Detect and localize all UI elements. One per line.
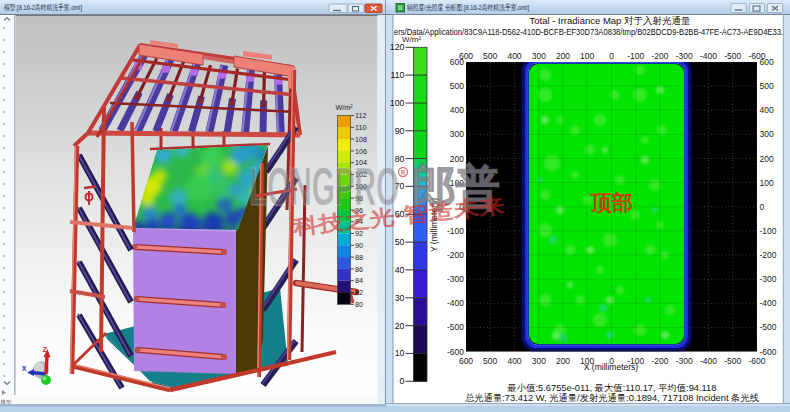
- svg-text:400: 400: [760, 105, 774, 115]
- svg-text:300: 300: [532, 356, 546, 366]
- svg-text:100: 100: [580, 51, 594, 61]
- svg-text:-100: -100: [627, 51, 644, 61]
- svg-text:-100: -100: [447, 226, 464, 236]
- svg-text:X: X: [22, 365, 27, 372]
- svg-text:112: 112: [355, 111, 366, 120]
- svg-text:50: 50: [395, 237, 405, 247]
- svg-text:-100: -100: [760, 226, 777, 236]
- svg-text:40: 40: [395, 265, 405, 275]
- svg-text:600: 600: [459, 356, 473, 366]
- svg-text:88: 88: [355, 253, 363, 262]
- svg-text:106: 106: [355, 147, 367, 156]
- svg-text:108: 108: [355, 135, 367, 144]
- svg-text:0: 0: [400, 376, 405, 386]
- svg-text:300: 300: [532, 51, 546, 61]
- svg-text:-200: -200: [447, 250, 464, 260]
- svg-text:86: 86: [355, 265, 363, 274]
- svg-text:W/m²: W/m²: [402, 35, 421, 44]
- svg-text:200: 200: [556, 51, 570, 61]
- svg-text:0: 0: [609, 51, 614, 61]
- svg-text:-400: -400: [700, 356, 717, 366]
- svg-text:90: 90: [355, 241, 363, 250]
- svg-text:-200: -200: [651, 356, 668, 366]
- svg-text:100: 100: [760, 178, 774, 188]
- svg-text:-500: -500: [724, 356, 741, 366]
- svg-text:300: 300: [450, 129, 464, 139]
- svg-text:-400: -400: [700, 51, 717, 61]
- svg-text:-200: -200: [760, 250, 777, 260]
- svg-text:最小值:5.6755e-011, 最大值:110.17, 平: 最小值:5.6755e-011, 最大值:110.17, 平均值:94.118: [507, 383, 717, 393]
- svg-text:-600: -600: [760, 347, 777, 357]
- svg-text:500: 500: [483, 51, 497, 61]
- svg-text:400: 400: [507, 356, 521, 366]
- svg-text:90: 90: [395, 126, 405, 136]
- svg-text:-400: -400: [760, 298, 777, 308]
- svg-text:模型:[8.16-2高特精洗手室.oml]: 模型:[8.16-2高特精洗手室.oml]: [4, 3, 82, 12]
- svg-text:顶部: 顶部: [589, 191, 633, 215]
- svg-text:10: 10: [395, 348, 405, 358]
- svg-text:W/m²: W/m²: [336, 103, 354, 112]
- svg-text:-500: -500: [447, 322, 464, 332]
- svg-text:500: 500: [760, 81, 774, 91]
- svg-text:-300: -300: [760, 274, 777, 284]
- svg-text:ers/Data/Application/83C9A118-: ers/Data/Application/83C9A118-D562-410D-…: [394, 27, 783, 37]
- svg-text:-500: -500: [724, 51, 741, 61]
- svg-text:200: 200: [556, 356, 570, 366]
- svg-text:-200: -200: [651, 51, 668, 61]
- svg-text:30: 30: [395, 293, 405, 303]
- svg-text:总光通量:73.412 W, 光通量/发射光通量:0.189: 总光通量:73.412 W, 光通量/发射光通量:0.1894, 717108 …: [465, 392, 759, 403]
- svg-text:Z: Z: [43, 346, 48, 353]
- svg-text:84: 84: [355, 276, 363, 285]
- svg-text:-500: -500: [760, 322, 777, 332]
- svg-text:R: R: [401, 169, 406, 176]
- svg-text:-400: -400: [447, 298, 464, 308]
- svg-text:0: 0: [760, 202, 765, 212]
- svg-text:-300: -300: [676, 51, 693, 61]
- svg-text:Total - Irradiance Map 对于入射光通量: Total - Irradiance Map 对于入射光通量: [529, 15, 691, 26]
- svg-text:500: 500: [483, 356, 497, 366]
- svg-text:400: 400: [450, 105, 464, 115]
- svg-text:82: 82: [355, 288, 363, 297]
- svg-text:辐照度/光照度 分析图:[8.16-2高特精洗手室.oml]: 辐照度/光照度 分析图:[8.16-2高特精洗手室.oml]: [407, 3, 529, 12]
- svg-text:600: 600: [450, 57, 464, 67]
- svg-text:600: 600: [760, 57, 774, 67]
- svg-text:200: 200: [760, 154, 774, 164]
- svg-text:20: 20: [395, 321, 405, 331]
- svg-text:-300: -300: [676, 356, 693, 366]
- svg-text:-600: -600: [748, 356, 765, 366]
- svg-text:300: 300: [760, 129, 774, 139]
- svg-text:120: 120: [390, 42, 405, 52]
- svg-text:400: 400: [507, 51, 521, 61]
- svg-text:110: 110: [390, 70, 404, 80]
- svg-text:110: 110: [355, 123, 366, 132]
- svg-text:100: 100: [390, 98, 405, 108]
- svg-text:500: 500: [450, 81, 464, 91]
- svg-text:80: 80: [355, 300, 363, 309]
- svg-text:X (millimeters): X (millimeters): [584, 362, 638, 372]
- svg-text:-600: -600: [447, 347, 464, 357]
- svg-text:-300: -300: [447, 274, 464, 284]
